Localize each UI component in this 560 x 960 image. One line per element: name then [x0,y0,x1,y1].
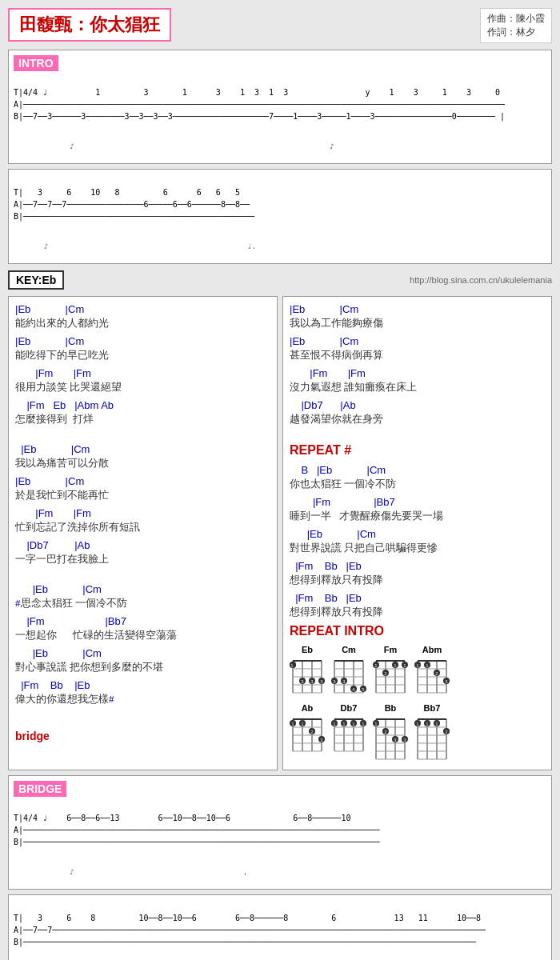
rchord-v2l5: |Fm Bb |Eb [290,592,545,604]
lyric-v3l2: 一想起你 忙碌的生活變得空蕩蕩 [15,628,270,642]
rlyric-v1l3: 沒力氣遐想 誰知癱瘓在床上 [290,380,545,394]
chord-v2l3: |Fm |Fm [15,507,270,519]
chord-eb-label: Eb [290,645,325,654]
chord-v2l1: |Eb |Cm [15,443,270,455]
song-title: 田馥甄：你太猖狂 [8,8,171,42]
composer-info: 作曲：陳小霞 作詞：林夕 [480,8,552,43]
rlyric-v1l4: 越發渴望你就在身旁 [290,412,545,426]
title-area: 田馥甄：你太猖狂 作曲：陳小霞 作詞：林夕 [8,8,552,43]
lyric-v2l3: 忙到忘記了洗掉你所有短訊 [15,520,270,534]
composer-label: 作曲：陳小霞 [487,12,545,26]
rchord-v1l4: |Db7 |Ab [290,399,545,411]
key-section: KEY:Eb http://blog.sina.com.cn/ukulelema… [8,269,552,291]
chord-db7-label: Db7 [331,703,366,713]
intro-tab-staff: T|4/4 ♩ 1 3 1 3 1 3 1 3 y 1 3 1 3 0 A|──… [14,74,546,134]
repeat-hash-header: REPEAT # [290,443,545,458]
rlyric-v2l3: 對世界說謊 只把自己哄騙得更慘 [290,541,545,555]
chord-v2l2: |Eb |Cm [15,475,270,487]
chord-eb-diagram: 1 3 3 3 [290,654,325,694]
chord-ab: Ab 1 [290,703,325,755]
intro-tab2-ornaments: ♪ ♩. [14,234,546,258]
lyric-v1l2: 能吃得下的早已吃光 [15,348,270,362]
bridge-tab-staff: T|4/4 ♩ 6──8──6──13 6──10──8──10──6 6──8… [14,800,546,860]
chord-cm-diagram: 3 3 4 5 [331,654,366,694]
intro-tab-staff2: T| 3 6 10 8 6 6 6 5 A|──7──7──7─────────… [14,174,546,234]
rlyric-v2l4: 想得到釋放只有投降 [290,573,545,587]
lyric-v2l4: 一字一巴打在我臉上 [15,552,270,566]
bridge-header-area: BRIDGE [14,781,546,797]
chord-abm-label: Abm [414,645,450,654]
rchord-v2l3: |Eb |Cm [290,528,545,540]
chord-ab-diagram: 1 1 2 3 [290,713,325,753]
intro-tab-ornaments: ♪ ♪ [14,134,546,158]
right-column: |Eb |Cm 我以為工作能夠療傷 |Eb |Cm 甚至恨不得病倒再算 |Fm … [282,296,552,770]
bridge-label-text: bridge [15,730,270,742]
chord-row1: Eb [290,645,545,697]
rchord-v2l2: |Fm |Bb7 [290,496,545,508]
lyricist-label: 作詞：林夕 [487,26,545,39]
rlyric-v2l1: 你也太猖狂 一個冷不防 [290,477,545,491]
chord-v1l4: |Fm Eb |Abm Ab [15,399,270,411]
chord-diagrams-area: Eb [290,645,545,763]
lyric-v1l4: 怎麼接得到 打烊 [15,412,270,426]
chord-v1l1: |Eb |Cm [15,303,270,315]
chord-fm-diagram: 1 2 1 1 [373,654,408,694]
rchord-v1l2: |Eb |Cm [290,335,545,347]
rchord-v1l3: |Fm |Fm [290,367,545,379]
page: 田馥甄：你太猖狂 作曲：陳小霞 作詞：林夕 INTRO T|4/4 ♩ 1 3 … [0,0,560,960]
chord-eb: Eb [290,645,325,697]
repeat-intro-header: REPEAT INTRO [290,624,545,638]
lyric-v3l3: 對心事說謊 把你想到多麼的不堪 [15,660,270,674]
chord-v1l3: |Fm |Fm [15,367,270,379]
intro-label: INTRO [14,55,58,71]
left-verse1: |Eb |Cm 能約出來的人都約光 |Eb |Cm 能吃得下的早已吃光 |Fm … [15,303,270,426]
chord-v3l1: |Eb |Cm [15,583,270,595]
chord-v3l3: |Eb |Cm [15,647,270,659]
chord-fm-label: Fm [373,645,408,654]
intro-header: INTRO [14,55,546,71]
chord-db7-diagram: 1 1 1 1 [331,713,366,753]
lyric-v3l1: #思念太猖狂 一個冷不防 [15,596,270,610]
bridge-label-tag: BRIDGE [14,781,66,797]
left-verse3: |Eb |Cm #思念太猖狂 一個冷不防 |Fm |Bb7 一想起你 忙碌的生活… [15,583,270,706]
chord-cm-label: Cm [331,645,366,654]
rlyric-v1l2: 甚至恨不得病倒再算 [290,348,545,362]
rchord-v2l4: |Fm Bb |Eb [290,560,545,572]
right-verse2: B |Eb |Cm 你也太猖狂 一個冷不防 |Fm |Bb7 睡到一半 才覺醒療… [290,464,545,619]
left-verse2: |Eb |Cm 我以為痛苦可以分散 |Eb |Cm 於是我忙到不能再忙 |Fm … [15,443,270,566]
rlyric-v2l5: 想得到釋放只有投降 [290,605,545,619]
lyrics-section: |Eb |Cm 能約出來的人都約光 |Eb |Cm 能吃得下的早已吃光 |Fm … [8,296,552,770]
chord-v2l4: |Db7 |Ab [15,539,270,551]
chord-v3l4: |Fm Bb |Eb [15,679,270,691]
lyric-v3l4: 偉大的你還想我怎樣# [15,692,270,706]
chord-bb: Bb 1 [373,703,408,763]
chord-bb7: Bb7 1 [414,703,450,763]
chord-ab-label: Ab [290,703,325,713]
chord-row2: Ab 1 [290,703,545,763]
chord-v1l2: |Eb |Cm [15,335,270,347]
rlyric-v1l1: 我以為工作能夠療傷 [290,316,545,330]
chord-cm: Cm 3 [331,645,366,697]
chord-abm-diagram: 1 1 2 3 [414,654,450,694]
lyric-v2l1: 我以為痛苦可以分散 [15,456,270,470]
intro-tab-section: INTRO T|4/4 ♩ 1 3 1 3 1 3 1 3 y 1 3 1 3 … [8,50,552,164]
chord-bb7-label: Bb7 [414,703,450,713]
rchord-v1l1: |Eb |Cm [290,303,545,315]
chord-fm: Fm 1 [373,645,408,697]
chord-db7: Db7 1 [331,703,366,755]
bridge-tab-section2: T| 3 6 8 10──8──10──6 6──8──────8 6 13 1… [8,894,552,960]
chord-bb-label: Bb [373,703,408,713]
chord-abm: Abm 1 [414,645,450,697]
chord-bb7-diagram: 1 1 1 2 [414,713,450,761]
bridge-tab-staff2: T| 3 6 8 10──8──10──6 6──8──────8 6 13 1… [14,900,546,960]
key-box: KEY:Eb [8,270,64,290]
bridge-tab-section: BRIDGE T|4/4 ♩ 6──8──6──13 6──10──8──10─… [8,775,552,890]
left-column: |Eb |Cm 能約出來的人都約光 |Eb |Cm 能吃得下的早已吃光 |Fm … [8,296,278,770]
bridge-ornament1: ♪ , [14,860,546,884]
rchord-v2l1: B |Eb |Cm [290,464,545,476]
chord-v3l2: |Fm |Bb7 [15,615,270,627]
website: http://blog.sina.com.cn/ukulelemania [410,275,552,285]
lyric-v1l3: 很用力談笑 比哭還絕望 [15,380,270,394]
lyric-v2l2: 於是我忙到不能再忙 [15,488,270,502]
right-verse1: |Eb |Cm 我以為工作能夠療傷 |Eb |Cm 甚至恨不得病倒再算 |Fm … [290,303,545,426]
